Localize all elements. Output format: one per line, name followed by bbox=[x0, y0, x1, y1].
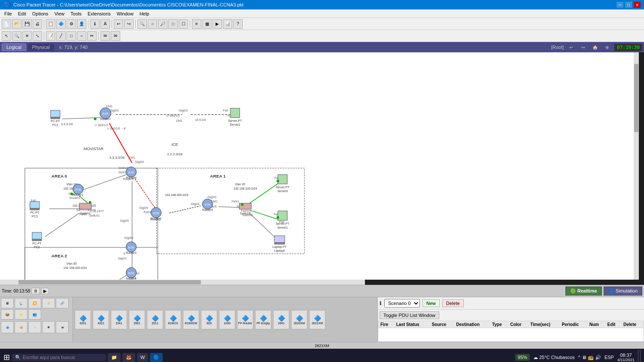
user-profile-button[interactable]: 👤 bbox=[77, 19, 86, 29]
device-819iox[interactable]: 🔷819IOX bbox=[165, 310, 181, 329]
menu-options[interactable]: Options bbox=[30, 10, 51, 17]
palette-button[interactable]: ≡ bbox=[192, 19, 201, 29]
redo-button[interactable]: ↪ bbox=[124, 19, 134, 29]
device-819hgw[interactable]: 🔷819HGW bbox=[183, 310, 199, 329]
laptop0-device[interactable]: Laptop-PT Laptop0 bbox=[273, 236, 287, 253]
logical-tab[interactable]: Logical bbox=[2, 43, 26, 51]
menu-window[interactable]: Window bbox=[114, 10, 136, 17]
table-button[interactable]: ▦ bbox=[202, 19, 212, 29]
device-pf-empty[interactable]: 🔷PF-Empty bbox=[255, 310, 271, 329]
menu-file[interactable]: File bbox=[2, 10, 15, 17]
router4-device[interactable]: RTR Router4 bbox=[126, 268, 137, 280]
hscroll-thumb[interactable] bbox=[18, 280, 201, 284]
router6-device[interactable]: RTR Router6 bbox=[126, 167, 137, 179]
zoom-out-button[interactable]: 🔎 bbox=[158, 19, 167, 29]
close-button[interactable]: ✕ bbox=[634, 2, 641, 8]
menu-extensions[interactable]: Extensions bbox=[85, 10, 113, 17]
hubs-category[interactable]: 🔀 bbox=[28, 298, 41, 308]
custom-category[interactable]: ⭐ bbox=[15, 309, 27, 320]
new-button[interactable]: 📄 bbox=[2, 19, 11, 29]
device-2621xm[interactable]: 🔷2621XM bbox=[309, 310, 325, 329]
device-1240[interactable]: 🔷1240 bbox=[219, 310, 235, 329]
scenario-selector[interactable]: Scenario 0 bbox=[384, 299, 420, 308]
taskbar-word[interactable]: W bbox=[137, 353, 148, 362]
back-button[interactable]: ↩ bbox=[566, 42, 576, 52]
note-tool[interactable]: 📝 bbox=[46, 31, 55, 41]
pc3-device[interactable]: PC-PT PC3 bbox=[30, 202, 39, 218]
vertical-scrollbar[interactable] bbox=[634, 52, 639, 280]
switches-category[interactable]: 📡 bbox=[15, 298, 27, 308]
ellipse-tool[interactable]: ○ bbox=[77, 31, 86, 41]
pc2-device[interactable]: PC-PT PC2 bbox=[51, 110, 60, 127]
server2-device[interactable]: Server-PT Server2 bbox=[228, 108, 242, 126]
pc0-device[interactable]: PC-PT PC0 bbox=[32, 232, 42, 249]
routers-category[interactable]: 🖥 bbox=[1, 298, 14, 308]
media-button[interactable]: ▶ bbox=[213, 19, 222, 29]
device-829[interactable]: 🔷829 bbox=[201, 310, 217, 329]
zoom-reset-button[interactable]: ○ bbox=[148, 19, 157, 29]
taskbar-packet-tracer[interactable]: 🔵 bbox=[150, 353, 163, 362]
show-desktop-button[interactable] bbox=[638, 350, 641, 362]
network-info-button[interactable]: ℹ bbox=[90, 19, 100, 29]
security-category[interactable]: 🔗 bbox=[56, 298, 69, 308]
router7-device[interactable]: RTR Router7 bbox=[100, 108, 111, 121]
chart-button[interactable]: 📊 bbox=[223, 19, 232, 29]
new-scenario-button[interactable]: New bbox=[422, 299, 440, 307]
line-tool[interactable]: ╱ bbox=[56, 31, 66, 41]
taskbar-search[interactable]: 🔍 Escribe aquí para buscar bbox=[12, 354, 106, 361]
wireless-category[interactable]: ⚡ bbox=[42, 298, 55, 308]
inspect-tool[interactable]: 🔍 bbox=[12, 31, 21, 41]
zoom-in-button[interactable]: 🔍 bbox=[137, 19, 147, 29]
switch1-device[interactable]: Switch1 bbox=[79, 203, 91, 215]
multiuser-category[interactable]: 👥 bbox=[28, 309, 41, 320]
menu-tools[interactable]: Tools bbox=[68, 10, 84, 17]
pdu-tool[interactable]: ✉ bbox=[111, 31, 120, 41]
play-pause-button[interactable]: ⏸ bbox=[31, 288, 40, 294]
menu-help[interactable]: Help bbox=[137, 10, 152, 17]
router2-device[interactable]: RTR Router2 bbox=[151, 208, 161, 220]
minimize-button[interactable]: ─ bbox=[617, 2, 623, 8]
ipc-button[interactable]: 🔷 bbox=[56, 19, 66, 29]
vscroll-thumb[interactable] bbox=[634, 64, 638, 132]
delete-tool[interactable]: ✕ bbox=[22, 31, 32, 41]
select-tool[interactable]: ↖ bbox=[2, 31, 11, 41]
device-pf-router[interactable]: 🔷PF-Router bbox=[237, 310, 253, 329]
taskbar-firefox[interactable]: 🦊 bbox=[122, 353, 135, 362]
realtime-button[interactable]: 🟢 Realtime bbox=[565, 287, 602, 296]
router3-device[interactable]: RTR Router3 bbox=[126, 242, 137, 254]
toggle-pdu-button[interactable]: Toggle PDU List Window bbox=[380, 311, 439, 319]
activity-wizard-button[interactable]: 📋 bbox=[46, 19, 55, 29]
email-tool[interactable]: ✉ bbox=[100, 31, 110, 41]
resize-tool[interactable]: ⤡ bbox=[33, 31, 42, 41]
device-router-pt[interactable]: 🔷 bbox=[1, 321, 14, 333]
preferences-button[interactable]: ⚙ bbox=[67, 19, 76, 29]
home-button[interactable]: 🏠 bbox=[590, 42, 600, 52]
select-all-button[interactable]: □ bbox=[168, 19, 178, 29]
router5-device[interactable]: RTR Router5 bbox=[202, 199, 213, 211]
undo-button[interactable]: ↩ bbox=[114, 19, 123, 29]
forward-button[interactable]: ↪ bbox=[578, 42, 588, 52]
text-tool-button[interactable]: A bbox=[100, 19, 110, 29]
device-server-pt[interactable]: 🖥 bbox=[42, 321, 55, 333]
extra-button[interactable]: ? bbox=[233, 19, 243, 29]
device-2901[interactable]: 🔷2901 bbox=[129, 310, 145, 329]
device-switch-pt[interactable]: 🔶 bbox=[15, 321, 27, 333]
server1-device[interactable]: Server-PT Server1 bbox=[276, 211, 290, 229]
router1-device[interactable]: RTR Router1 bbox=[73, 184, 83, 196]
menu-view[interactable]: View bbox=[52, 10, 67, 17]
free-tool[interactable]: ✏ bbox=[87, 31, 97, 41]
device-pc-pt[interactable]: 💻 bbox=[56, 321, 69, 333]
server0-device[interactable]: Server-PT Server0 bbox=[276, 175, 290, 193]
physical-tab[interactable]: Physical bbox=[28, 44, 54, 51]
simulation-button[interactable]: 👤 Simulation bbox=[604, 287, 642, 296]
device-4321[interactable]: 🔷4321 bbox=[93, 310, 109, 329]
move-layout-button[interactable]: ☐ bbox=[179, 19, 188, 29]
device-2911[interactable]: 🔷2911 bbox=[147, 310, 163, 329]
start-button[interactable]: ⊞ bbox=[3, 353, 10, 362]
network-canvas-area[interactable]: AREA 0 AREA 1 AREA 2 MOVISTAR ICE 2.2.2.… bbox=[0, 52, 639, 280]
horizontal-scrollbar[interactable] bbox=[0, 280, 365, 285]
device-2620xm[interactable]: 🔷2620XM bbox=[291, 310, 307, 329]
device-1841[interactable]: 🔷1841 bbox=[273, 310, 289, 329]
rect-tool[interactable]: □ bbox=[67, 31, 76, 41]
step-button[interactable]: ▶ bbox=[41, 288, 49, 294]
